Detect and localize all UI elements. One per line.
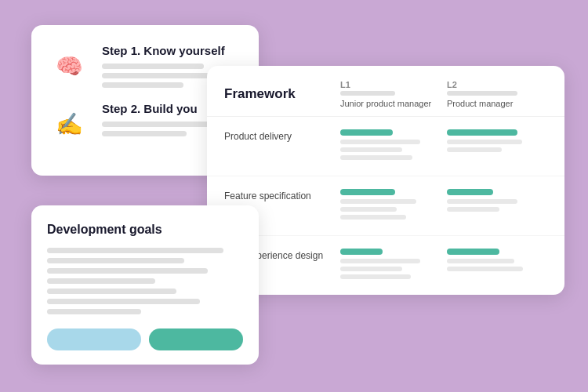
content-line [340,207,397,212]
dev-goals-title: Development goals [47,223,243,237]
line [102,122,215,127]
button-teal[interactable] [149,328,243,350]
l1-name: Junior product manager [340,99,441,108]
line [102,82,183,88]
step-2-icon: ✍️ [47,102,91,146]
button-blue[interactable] [47,328,141,350]
row-label-feature-specification: Feature specification [224,189,334,201]
teal-progress-bar [447,249,499,255]
content-line [340,259,420,263]
teal-progress-bar [340,129,393,136]
step-1-icon: 🧠 [47,44,91,88]
content-line [340,274,411,279]
content-line [340,199,416,204]
line [102,64,204,69]
content-line [340,155,412,160]
framework-title: Framework [224,86,334,102]
l1-bar [340,91,395,96]
content-line [447,207,499,212]
dev-goals-lines [47,248,243,314]
content-line [340,140,420,144]
framework-card: Framework L1 Junior product manager L2 P… [207,66,564,295]
row-l1-user-experience [334,249,441,282]
content-line [340,267,402,271]
dev-action-buttons [47,328,243,350]
teal-progress-bar [340,189,395,195]
row-l2-feature-specification [441,189,547,215]
line [102,131,187,136]
l1-badge: L1 [340,80,441,89]
content-line [340,147,402,152]
row-l1-product-delivery [334,129,441,163]
row-user-experience-design: User experience design [207,236,564,295]
line [47,268,208,274]
line [47,289,176,294]
content-line [447,259,514,263]
line [47,248,223,253]
line [47,258,184,263]
level-l1-col: L1 Junior product manager [334,80,441,108]
teal-progress-bar [340,249,383,255]
l2-bar [447,91,517,96]
framework-header: Framework L1 Junior product manager L2 P… [207,66,564,116]
line [47,278,155,284]
development-goals-card: Development goals [31,205,259,365]
content-line [447,147,502,152]
row-label-product-delivery: Product delivery [224,129,334,142]
row-feature-specification: Feature specification [207,176,564,236]
content-line [447,140,522,144]
l2-name: Product manager [447,99,547,108]
step-1-title: Step 1. Know yourself [102,44,243,57]
content-line [447,267,523,271]
l2-badge: L2 [447,80,547,89]
line [47,309,141,314]
level-l2-col: L2 Product manager [441,80,547,108]
row-l2-user-experience [441,249,547,274]
line [47,299,200,304]
row-l1-feature-specification [334,189,441,223]
teal-progress-bar [447,189,493,195]
content-line [447,199,517,204]
row-l2-product-delivery [441,129,547,155]
teal-progress-bar [447,129,517,136]
row-product-delivery: Product delivery [207,117,564,176]
content-line [340,215,406,220]
